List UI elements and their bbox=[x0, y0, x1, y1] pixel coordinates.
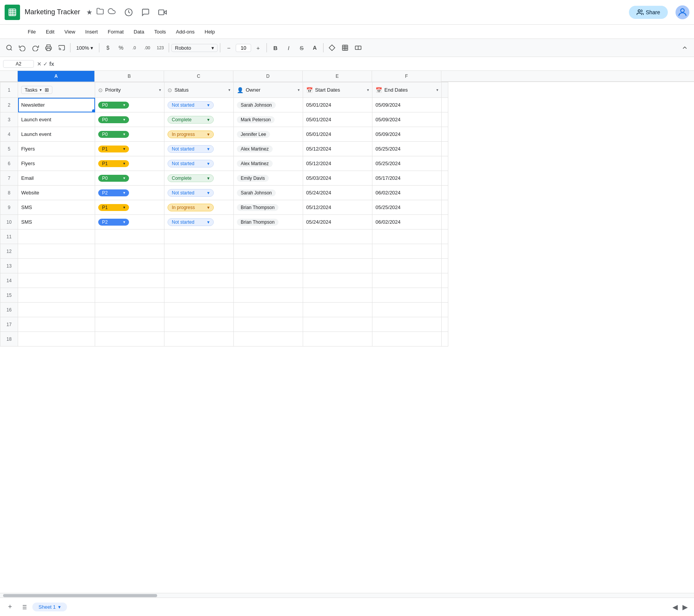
status-chip-10[interactable]: Not started ▾ bbox=[168, 218, 214, 226]
cell-b16[interactable] bbox=[95, 303, 164, 317]
status-chip-7[interactable]: Complete ▾ bbox=[168, 174, 214, 182]
cell-e6[interactable]: 05/12/2024 bbox=[303, 156, 372, 171]
folder-icon[interactable] bbox=[96, 7, 104, 17]
cell-e11[interactable] bbox=[303, 229, 372, 244]
formula-cross[interactable]: ✕ bbox=[37, 61, 42, 67]
status-chip-8[interactable]: Not started ▾ bbox=[168, 189, 214, 197]
cell-f13[interactable] bbox=[372, 259, 442, 273]
cell-c3[interactable]: Complete ▾ bbox=[164, 112, 234, 127]
priority-chip-10[interactable]: P2 ▾ bbox=[98, 219, 129, 226]
font-family-selector[interactable]: Roboto ▾ bbox=[171, 44, 218, 52]
table-scroll[interactable]: 1 Tasks ▾ ⊞ ⊙ Priority ▾ bbox=[0, 82, 694, 593]
cell-d16[interactable] bbox=[234, 303, 303, 317]
cell-d15[interactable] bbox=[234, 288, 303, 303]
cell-b5[interactable]: P1 ▾ bbox=[95, 142, 164, 156]
menu-file[interactable]: File bbox=[23, 27, 40, 36]
cell-f12[interactable] bbox=[372, 244, 442, 259]
col-header-b[interactable]: B bbox=[95, 71, 164, 82]
cell-e17[interactable] bbox=[303, 317, 372, 332]
cell-b4[interactable]: P0 ▾ bbox=[95, 127, 164, 142]
merge-button[interactable] bbox=[352, 42, 364, 54]
cloud-icon[interactable] bbox=[108, 7, 116, 17]
font-size-decrease[interactable]: − bbox=[223, 42, 235, 54]
priority-chip-3[interactable]: P0 ▾ bbox=[98, 116, 129, 123]
cell-a8[interactable]: Website bbox=[18, 186, 95, 200]
cell-f2[interactable]: 05/09/2024 bbox=[372, 98, 442, 112]
redo-button[interactable] bbox=[29, 42, 42, 54]
row-num-13[interactable]: 13 bbox=[0, 259, 18, 273]
cell-reference[interactable]: A2 bbox=[3, 60, 34, 68]
row-num-3[interactable]: 3 bbox=[0, 112, 18, 127]
cell-e18[interactable] bbox=[303, 332, 372, 346]
horizontal-scrollbar[interactable] bbox=[0, 593, 694, 598]
col-header-a[interactable]: A bbox=[18, 71, 95, 82]
cell-d5[interactable]: Alex Martinez bbox=[234, 142, 303, 156]
cell-e4[interactable]: 05/01/2024 bbox=[303, 127, 372, 142]
cell-c18[interactable] bbox=[164, 332, 234, 346]
cell-c8[interactable]: Not started ▾ bbox=[164, 186, 234, 200]
font-size-input[interactable]: 10 bbox=[236, 44, 251, 52]
cell-a6[interactable]: Flyers bbox=[18, 156, 95, 171]
col-header-f[interactable]: F bbox=[372, 71, 441, 82]
priority-header-cell[interactable]: ⊙ Priority ▾ bbox=[95, 82, 164, 98]
nav-left-arrow[interactable]: ◀ bbox=[671, 601, 679, 613]
col-header-d[interactable]: D bbox=[233, 71, 303, 82]
priority-chip-4[interactable]: P0 ▾ bbox=[98, 131, 129, 138]
cell-d12[interactable] bbox=[234, 244, 303, 259]
menu-addons[interactable]: Add-ons bbox=[171, 27, 199, 36]
cell-b12[interactable] bbox=[95, 244, 164, 259]
search-button[interactable] bbox=[3, 42, 15, 54]
star-icon[interactable]: ★ bbox=[86, 8, 92, 17]
status-dropdown[interactable]: ▾ bbox=[228, 88, 230, 92]
italic-button[interactable]: I bbox=[282, 42, 295, 54]
cell-e9[interactable]: 05/12/2024 bbox=[303, 200, 372, 215]
font-size-increase[interactable]: + bbox=[252, 42, 264, 54]
cell-b14[interactable] bbox=[95, 273, 164, 288]
cell-a15[interactable] bbox=[18, 288, 95, 303]
formula-fx[interactable]: fx bbox=[49, 61, 54, 67]
cell-f6[interactable]: 05/25/2024 bbox=[372, 156, 442, 171]
currency-button[interactable]: $ bbox=[102, 42, 114, 54]
strikethrough-button[interactable]: S bbox=[295, 42, 308, 54]
row-num-7[interactable]: 7 bbox=[0, 171, 18, 186]
cell-e16[interactable] bbox=[303, 303, 372, 317]
add-sheet-button[interactable]: + bbox=[5, 602, 15, 613]
cell-c15[interactable] bbox=[164, 288, 234, 303]
cell-c16[interactable] bbox=[164, 303, 234, 317]
print-button[interactable] bbox=[42, 42, 55, 54]
cell-b7[interactable]: P0 ▾ bbox=[95, 171, 164, 186]
cell-c11[interactable] bbox=[164, 229, 234, 244]
border-button[interactable] bbox=[339, 42, 351, 54]
cell-a16[interactable] bbox=[18, 303, 95, 317]
cell-b15[interactable] bbox=[95, 288, 164, 303]
cell-a5[interactable]: Flyers bbox=[18, 142, 95, 156]
priority-chip-7[interactable]: P0 ▾ bbox=[98, 175, 129, 182]
cell-d17[interactable] bbox=[234, 317, 303, 332]
sheet-1-tab[interactable]: Sheet 1 ▾ bbox=[32, 603, 67, 611]
menu-help[interactable]: Help bbox=[200, 27, 220, 36]
cell-e12[interactable] bbox=[303, 244, 372, 259]
zoom-selector[interactable]: 100% ▾ bbox=[73, 44, 97, 52]
cell-f15[interactable] bbox=[372, 288, 442, 303]
sheet-list-button[interactable] bbox=[18, 602, 29, 613]
start-header-cell[interactable]: 📅 Start Dates ▾ bbox=[303, 82, 372, 98]
scroll-thumb[interactable] bbox=[3, 594, 157, 597]
video-icon[interactable] bbox=[156, 5, 169, 19]
cell-c14[interactable] bbox=[164, 273, 234, 288]
end-header-cell[interactable]: 📅 End Dates ▾ bbox=[372, 82, 442, 98]
cell-c9[interactable]: In progress ▾ bbox=[164, 200, 234, 215]
end-dropdown[interactable]: ▾ bbox=[436, 88, 438, 92]
row-num-17[interactable]: 17 bbox=[0, 317, 18, 332]
row-num-8[interactable]: 8 bbox=[0, 186, 18, 200]
cell-d18[interactable] bbox=[234, 332, 303, 346]
cell-a12[interactable] bbox=[18, 244, 95, 259]
cell-b9[interactable]: P1 ▾ bbox=[95, 200, 164, 215]
menu-tools[interactable]: Tools bbox=[149, 27, 170, 36]
cell-b2[interactable]: P0 ▾ bbox=[95, 98, 164, 112]
cell-b13[interactable] bbox=[95, 259, 164, 273]
cell-c13[interactable] bbox=[164, 259, 234, 273]
cell-c2[interactable]: Not started ▾ bbox=[164, 98, 234, 112]
cell-e2[interactable]: 05/01/2024 bbox=[303, 98, 372, 112]
status-header-cell[interactable]: ⊙ Status ▾ bbox=[164, 82, 234, 98]
cell-a9[interactable]: SMS bbox=[18, 200, 95, 215]
